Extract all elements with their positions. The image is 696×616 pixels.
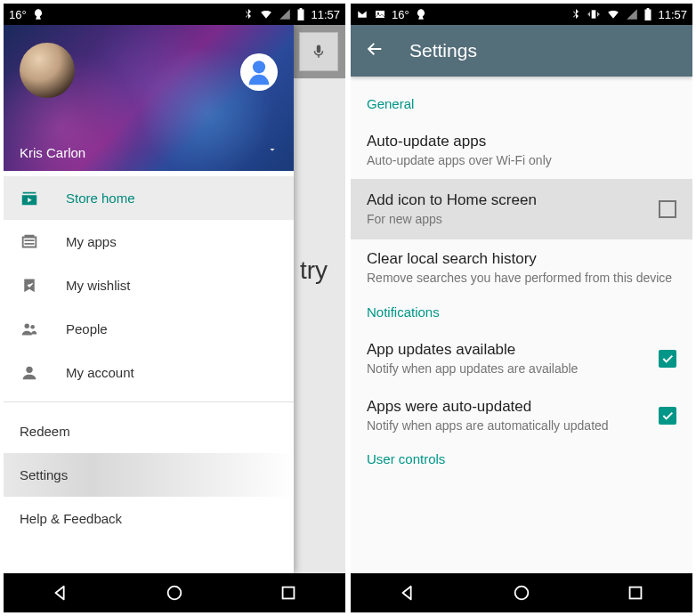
app-bar: Settings bbox=[351, 25, 692, 77]
setting-title: Auto-update apps bbox=[367, 133, 676, 150]
recent-button[interactable] bbox=[279, 583, 298, 603]
avatar[interactable] bbox=[20, 43, 75, 98]
drawer-item-my-apps[interactable]: My apps bbox=[4, 220, 294, 263]
status-time: 11:57 bbox=[311, 8, 340, 21]
drawer-item-label: Settings bbox=[20, 467, 68, 482]
setting-title: Apps were auto-updated bbox=[367, 398, 648, 416]
checkbox-checked[interactable] bbox=[659, 407, 676, 425]
drawer-item-store-home[interactable]: Store home bbox=[4, 176, 294, 220]
user-name: Kris Carlon bbox=[20, 145, 85, 160]
drawer-item-account[interactable]: My account bbox=[4, 351, 294, 394]
svg-rect-10 bbox=[630, 588, 642, 599]
cell-icon bbox=[626, 8, 638, 20]
drawer-item-redeem[interactable]: Redeem bbox=[4, 409, 294, 453]
eagle-icon bbox=[415, 8, 427, 20]
setting-subtitle: Notify when app updates are available bbox=[367, 361, 648, 377]
back-button[interactable] bbox=[51, 583, 70, 603]
phone-left: 16° 11:57 try Kris Carlon bbox=[4, 4, 345, 612]
checkbox-checked[interactable] bbox=[659, 350, 676, 368]
setting-subtitle: Auto-update apps over Wi-Fi only bbox=[367, 152, 676, 168]
settings-list[interactable]: General Auto-update apps Auto-update app… bbox=[351, 77, 692, 477]
setting-auto-update[interactable]: Auto-update apps Auto-update apps over W… bbox=[367, 122, 676, 179]
status-temp: 16° bbox=[392, 8, 409, 21]
setting-subtitle: Notify when apps are automatically updat… bbox=[367, 417, 648, 434]
drawer-item-label: People bbox=[66, 321, 108, 336]
svg-rect-5 bbox=[283, 588, 295, 599]
setting-updates-available[interactable]: App updates available Notify when app up… bbox=[367, 330, 676, 387]
divider bbox=[4, 401, 294, 402]
android-nav-bar bbox=[4, 573, 345, 612]
cell-icon bbox=[279, 8, 291, 20]
android-nav-bar bbox=[351, 573, 692, 612]
setting-add-icon[interactable]: Add icon to Home screen For new apps bbox=[351, 179, 692, 239]
shop-icon bbox=[20, 189, 39, 208]
battery-icon bbox=[296, 8, 305, 20]
drawer-item-label: My apps bbox=[66, 234, 117, 249]
back-arrow-icon[interactable] bbox=[365, 39, 384, 62]
battery-icon bbox=[643, 8, 652, 20]
svg-point-3 bbox=[26, 366, 32, 372]
voice-search-button[interactable] bbox=[299, 32, 338, 71]
account-dropdown-icon[interactable] bbox=[267, 142, 278, 158]
section-header-notifications: Notifications bbox=[367, 304, 676, 320]
setting-title: Add icon to Home screen bbox=[367, 191, 648, 209]
status-time: 11:57 bbox=[658, 8, 687, 21]
svg-rect-6 bbox=[376, 11, 384, 18]
svg-point-4 bbox=[168, 587, 182, 600]
main-content: try Kris Carlon Store home M bbox=[4, 25, 345, 573]
apps-icon bbox=[20, 232, 39, 252]
section-header-general: General bbox=[367, 96, 676, 111]
status-bar: 16° 11:57 bbox=[4, 4, 345, 25]
people-icon bbox=[20, 320, 39, 339]
bluetooth-icon bbox=[243, 8, 254, 20]
drawer-item-people[interactable]: People bbox=[4, 307, 294, 351]
drawer-item-help[interactable]: Help & Feedback bbox=[4, 497, 294, 540]
setting-subtitle: For new apps bbox=[367, 211, 648, 227]
setting-subtitle: Remove searches you have performed from … bbox=[367, 270, 676, 286]
svg-point-1 bbox=[25, 323, 30, 328]
drawer-item-wishlist[interactable]: My wishlist bbox=[4, 263, 294, 307]
bookmark-icon bbox=[20, 276, 39, 296]
status-temp: 16° bbox=[9, 8, 27, 21]
wifi-icon bbox=[606, 8, 620, 20]
svg-point-0 bbox=[253, 61, 265, 73]
image-icon bbox=[374, 9, 386, 20]
drawer-list: Store home My apps My wishlist People My… bbox=[4, 171, 294, 540]
drawer-item-settings[interactable]: Settings bbox=[4, 453, 294, 497]
mail-icon bbox=[356, 9, 368, 20]
home-button[interactable] bbox=[512, 583, 531, 603]
bluetooth-icon bbox=[571, 8, 581, 20]
drawer-item-label: Help & Feedback bbox=[20, 511, 122, 526]
vibrate-icon bbox=[587, 8, 601, 20]
svg-rect-8 bbox=[592, 10, 596, 18]
navigation-drawer: Kris Carlon Store home My apps My wishli… bbox=[4, 25, 294, 573]
avatar-secondary[interactable] bbox=[240, 53, 278, 91]
setting-clear-history[interactable]: Clear local search history Remove search… bbox=[367, 239, 676, 296]
checkbox-unchecked[interactable] bbox=[659, 200, 676, 218]
phone-right: 16° 11:57 Settings General Auto-update a… bbox=[351, 4, 692, 612]
background-text: try bbox=[300, 256, 328, 285]
setting-auto-updated[interactable]: Apps were auto-updated Notify when apps … bbox=[367, 387, 676, 444]
section-header-user-controls: User controls bbox=[367, 451, 676, 466]
page-title: Settings bbox=[409, 40, 477, 61]
settings-screen: Settings General Auto-update apps Auto-u… bbox=[351, 25, 692, 573]
eagle-icon bbox=[32, 8, 45, 20]
drawer-item-label: My account bbox=[66, 365, 134, 380]
setting-title: App updates available bbox=[367, 341, 648, 359]
account-icon bbox=[20, 363, 39, 383]
drawer-item-label: Store home bbox=[66, 190, 135, 206]
svg-point-2 bbox=[30, 324, 35, 328]
recent-button[interactable] bbox=[626, 583, 645, 603]
drawer-item-label: Redeem bbox=[20, 424, 70, 439]
setting-title: Clear local search history bbox=[367, 250, 676, 268]
home-button[interactable] bbox=[165, 583, 184, 603]
svg-point-9 bbox=[515, 587, 529, 600]
drawer-header: Kris Carlon bbox=[4, 25, 294, 171]
wifi-icon bbox=[259, 8, 273, 20]
status-bar: 16° 11:57 bbox=[351, 4, 692, 25]
drawer-item-label: My wishlist bbox=[66, 278, 131, 293]
back-button[interactable] bbox=[398, 583, 417, 603]
